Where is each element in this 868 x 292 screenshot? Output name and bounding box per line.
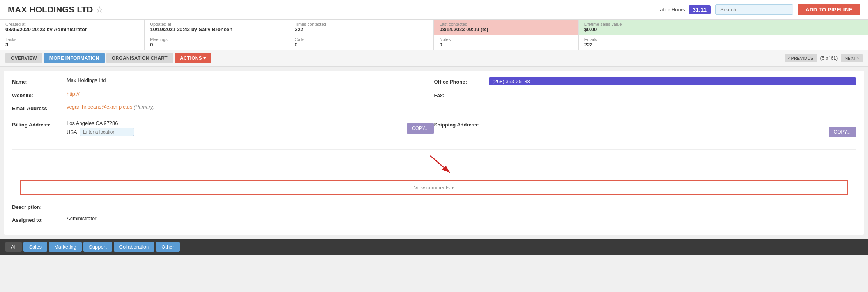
- view-comments-section: View comments ▾: [20, 180, 848, 195]
- arrow-annotation: [12, 153, 856, 176]
- assigned-label: Assigned to:: [12, 215, 67, 223]
- bottom-tab-marketing[interactable]: Marketing: [49, 242, 82, 252]
- name-label: Name:: [12, 77, 67, 85]
- email-label: Email Address:: [12, 104, 67, 111]
- stat-tasks: Tasks 3: [0, 35, 145, 50]
- tab-actions[interactable]: ACTIONS ▾: [175, 53, 211, 63]
- email-value: vegan.hr.beans@example.us (Primary): [67, 104, 856, 110]
- tab-overview[interactable]: OVERVIEW: [5, 53, 42, 63]
- name-field-group: Name: Max Holdings Ltd: [12, 77, 434, 85]
- main-content: Name: Max Holdings Ltd Office Phone: (26…: [4, 71, 864, 235]
- labor-timer: 31:11: [689, 5, 711, 14]
- billing-label: Billing Address:: [12, 120, 67, 128]
- description-label: Description:: [12, 203, 67, 210]
- header-controls: Labor Hours: 31:11 ADD TO PIPELINE: [657, 4, 860, 15]
- billing-copy-button[interactable]: COPY...: [407, 123, 434, 134]
- actions-dropdown-icon: ▾: [203, 55, 206, 61]
- view-comments-button[interactable]: View comments ▾: [414, 185, 454, 191]
- stat-emails: Emails 222: [579, 35, 868, 50]
- billing-country: USA: [67, 129, 77, 135]
- bottom-tab-support[interactable]: Support: [83, 242, 112, 252]
- stat-calls: Calls 0: [289, 35, 434, 50]
- toolbar-tabs: OVERVIEW MORE INFORMATION ORGANISATION C…: [5, 53, 211, 63]
- phone-field-group: Office Phone: (268) 353-25188: [434, 77, 856, 85]
- bottom-tab-all[interactable]: All: [5, 242, 22, 252]
- nav-counter: (5 of 61): [820, 55, 838, 61]
- billing-city-state: Los Angeles CA 97286: [67, 120, 407, 126]
- website-value[interactable]: http://: [67, 91, 434, 97]
- assigned-value: Administrator: [67, 215, 856, 221]
- stat-notes: Notes 0: [434, 35, 578, 50]
- billing-address-block: Los Angeles CA 97286 USA: [67, 120, 407, 136]
- stats-row-1: Created at 08/05/2020 20:23 by Administr…: [0, 20, 868, 35]
- row-email: Email Address: vegan.hr.beans@example.us…: [12, 104, 856, 111]
- stats-row-2: Tasks 3 Meetings 0 Calls 0 Notes 0 Email…: [0, 35, 868, 50]
- company-name: MAX HOLDINGS LTD: [8, 5, 93, 15]
- toolbar: OVERVIEW MORE INFORMATION ORGANISATION C…: [0, 50, 868, 67]
- stat-times-contacted: Times contacted 222: [289, 20, 434, 35]
- bottom-tab-sales[interactable]: Sales: [23, 242, 47, 252]
- form-section: Name: Max Holdings Ltd Office Phone: (26…: [4, 71, 864, 235]
- stat-created-at: Created at 08/05/2020 20:23 by Administr…: [0, 20, 145, 35]
- favorite-star-icon[interactable]: ☆: [96, 5, 103, 14]
- arrow-svg: [399, 154, 485, 175]
- stat-last-contacted: Last contacted 08/14/2023 09:19 (✉): [434, 20, 578, 35]
- billing-location-input[interactable]: [80, 128, 134, 136]
- billing-field-group: Billing Address: Los Angeles CA 97286 US…: [12, 120, 434, 136]
- email-type: (Primary): [134, 104, 154, 110]
- page-title: MAX HOLDINGS LTD ☆: [8, 5, 103, 15]
- website-field-group: Website: http://: [12, 91, 434, 98]
- stat-lifetime-sales: Lifetime sales value $0.00: [579, 20, 868, 35]
- toolbar-nav: ‹ PREVIOUS (5 of 61) NEXT ›: [785, 54, 863, 62]
- svg-line-1: [430, 156, 450, 173]
- website-label: Website:: [12, 91, 67, 98]
- tab-organisation-chart[interactable]: ORGANISATION CHART: [106, 53, 173, 63]
- fax-label: Fax:: [434, 91, 489, 98]
- email-address[interactable]: vegan.hr.beans@example.us: [67, 104, 133, 110]
- labor-hours-container: Labor Hours: 31:11: [657, 5, 711, 14]
- shipping-field-group: Shipping Address: COPY...: [434, 120, 856, 144]
- assigned-field-group: Assigned to: Administrator: [12, 215, 856, 223]
- row-assigned: Assigned to: Administrator: [12, 215, 856, 223]
- stat-created-label: Created at: [5, 22, 139, 27]
- header: MAX HOLDINGS LTD ☆ Labor Hours: 31:11 AD…: [0, 0, 868, 20]
- search-input[interactable]: [715, 4, 793, 15]
- office-phone-label: Office Phone:: [434, 77, 489, 85]
- previous-button[interactable]: ‹ PREVIOUS: [785, 54, 817, 62]
- bottom-tab-other[interactable]: Other: [156, 242, 180, 252]
- stat-meetings: Meetings 0: [145, 35, 289, 50]
- shipping-copy-button[interactable]: COPY...: [829, 127, 856, 137]
- tab-more-information[interactable]: MORE INFORMATION: [44, 53, 105, 63]
- shipping-label: Shipping Address:: [434, 120, 489, 128]
- email-field-group: Email Address: vegan.hr.beans@example.us…: [12, 104, 856, 111]
- row-website-fax: Website: http:// Fax:: [12, 91, 856, 98]
- next-button[interactable]: NEXT ›: [841, 54, 863, 62]
- stat-updated-at: Updated at 10/19/2021 20:42 by Sally Bro…: [145, 20, 289, 35]
- labor-hours-label: Labor Hours:: [657, 7, 686, 12]
- description-field-group: Description:: [12, 203, 856, 210]
- fax-field-group: Fax:: [434, 91, 856, 98]
- office-phone-value[interactable]: (268) 353-25188: [489, 77, 856, 85]
- bottom-tab-collaboration[interactable]: Collaboration: [114, 242, 155, 252]
- bottom-tabs: All Sales Marketing Support Collaboratio…: [0, 239, 868, 255]
- add-to-pipeline-button[interactable]: ADD TO PIPELINE: [798, 4, 860, 15]
- row-description: Description:: [12, 203, 856, 210]
- name-value: Max Holdings Ltd: [67, 77, 434, 83]
- row-addresses: Billing Address: Los Angeles CA 97286 US…: [12, 120, 856, 144]
- row-name-phone: Name: Max Holdings Ltd Office Phone: (26…: [12, 77, 856, 85]
- stat-created-value: 08/05/2020 20:23 by Administrator: [5, 27, 139, 32]
